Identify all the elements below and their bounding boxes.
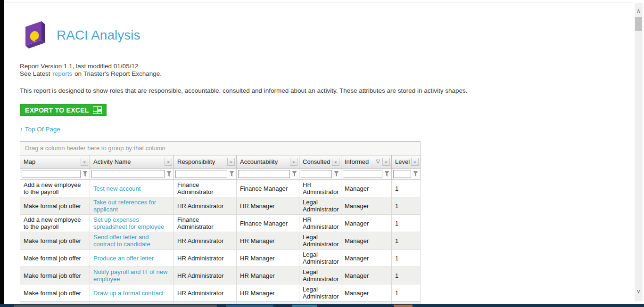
table-row: Add a new employee to the payroll Test n… [20,180,421,197]
latest-line: See Latest reports on Triaster's Report … [20,70,162,78]
activity-link[interactable]: Send offer letter and contract to candid… [93,234,150,248]
up-arrow-icon: ↑ [20,126,23,133]
export-to-excel-button[interactable]: EXPORT TO EXCEL [20,104,107,116]
filter-input-level[interactable] [393,170,411,178]
scrollbar-thumb[interactable] [635,17,642,31]
filter-funnel-icon[interactable] [291,171,297,178]
column-header-map[interactable]: Map [20,155,90,169]
responsibility-cell: HR Administrator [174,250,237,267]
level-cell: 1 [392,267,421,284]
reports-link[interactable]: reports [52,70,72,77]
top-of-page-link[interactable]: ↑Top Of Page [20,126,60,133]
window-top-border [4,2,634,2]
table-row: Make formal job offer Draw up a formal c… [20,284,421,302]
informed-cell: Manager [341,180,392,197]
column-menu-icon[interactable] [81,158,88,166]
table-row: Make formal job offer Produce an offer l… [20,250,421,267]
filter-funnel-icon[interactable] [166,171,172,178]
activity-cell: Draw up a formal contract [90,284,174,302]
filter-funnel-icon[interactable] [229,171,235,178]
map-cell: Make formal job offer [20,197,90,215]
level-cell: 1 [392,250,421,267]
column-menu-icon[interactable] [165,158,172,166]
column-header-accountability[interactable]: Accountability [237,155,299,169]
table-row: Make formal job offer Send offer letter … [20,232,421,250]
column-menu-icon[interactable] [332,158,339,166]
report-description: This report is designed to show roles th… [20,87,468,94]
level-cell: 1 [392,284,421,302]
taskbar-segment [394,305,413,307]
activity-link[interactable]: Test new account [93,185,140,192]
version-line: Report Version 1.1, last modified 01/05/… [20,63,162,70]
accountability-cell: HR Manager [237,267,299,284]
activity-link[interactable]: Set up expenses spreadsheet for employee [93,216,164,230]
consulted-cell: Legal Administrator [299,284,341,302]
map-cell: Add a new employee to the payroll [20,215,90,232]
scroll-down-icon[interactable]: ∨ [635,286,643,297]
filter-input-informed[interactable] [343,170,382,178]
map-cell: Make formal job offer [20,232,90,250]
filter-funnel-icon[interactable] [384,171,390,178]
level-cell: 1 [392,180,421,197]
column-header-consulted[interactable]: Consulted [299,155,341,169]
activity-link[interactable]: Take out references for applicant [93,199,156,213]
level-cell: 1 [392,232,421,250]
responsibility-cell: Finance Administrator [174,215,237,232]
activity-cell: Set up expenses spreadsheet for employee [90,215,174,232]
map-cell: Add a new employee to the payroll [20,180,90,197]
activity-cell: Produce an offer letter [90,250,174,267]
triaster-logo-icon [23,18,49,51]
column-menu-icon[interactable] [411,158,419,166]
activity-cell: Notify payroll and IT of new employee [90,267,174,284]
filter-input-consulted[interactable] [301,170,332,178]
raci-table: Drag a column header here to group by th… [20,141,421,304]
level-cell: 1 [392,215,421,232]
page-title: RACI Analysis [57,28,140,43]
report-meta: Report Version 1.1, last modified 01/05/… [20,63,162,78]
accountability-cell: Finance Manager [237,215,299,232]
accountability-cell: HR Manager [237,197,299,215]
table-row: Make formal job offer Take out reference… [20,197,421,215]
accountability-cell: HR Manager [237,232,299,250]
activity-link[interactable]: Draw up a formal contract [93,290,164,297]
filter-input-accountability[interactable] [238,170,290,178]
informed-cell: Manager [341,197,392,215]
map-cell: Make formal job offer [20,267,90,284]
activity-link[interactable]: Notify payroll and IT of new employee [93,268,167,283]
consulted-cell: Legal Administrator [299,267,341,284]
scroll-up-icon[interactable]: ∧ [635,6,643,16]
informed-cell: Manager [341,215,392,232]
consulted-cell: HR Administrator [299,215,341,232]
table-row: Make formal job offer Notify payroll and… [20,267,421,284]
map-cell: Make formal job offer [20,250,90,267]
excel-grid-icon [93,106,102,114]
taskbar-strip [0,304,644,307]
sort-descending-icon: ▽ [376,158,380,164]
group-by-dropzone[interactable]: Drag a column header here to group by th… [20,141,421,155]
column-menu-icon[interactable] [382,158,390,166]
filter-funnel-icon[interactable] [413,171,419,178]
activity-link[interactable]: Produce an offer letter [93,255,154,262]
column-header-responsibility[interactable]: Responsibility [174,155,237,169]
informed-cell: Manager [341,250,392,267]
taskbar-segment [226,305,273,307]
column-header-informed[interactable]: Informed▽ [341,155,392,169]
responsibility-cell: Finance Administrator [174,180,237,197]
report-page: RACI Analysis Report Version 1.1, last m… [4,2,634,304]
responsibility-cell: HR Administrator [174,267,237,284]
accountability-cell: HR Manager [237,250,299,267]
filter-input-activity-name[interactable] [91,170,165,178]
responsibility-cell: HR Administrator [174,197,237,215]
accountability-cell: Finance Manager [237,180,299,197]
column-menu-icon[interactable] [290,158,297,166]
map-cell: Make formal job offer [20,284,90,302]
vertical-scrollbar[interactable]: ∧ ∨ [635,3,643,301]
column-header-activity-name[interactable]: Activity Name [90,155,174,169]
column-header-level[interactable]: Level [392,155,421,169]
window-left-border [0,0,4,304]
filter-input-map[interactable] [22,170,81,178]
filter-funnel-icon[interactable] [333,171,339,178]
column-menu-icon[interactable] [227,158,235,166]
filter-input-responsibility[interactable] [175,170,227,178]
filter-funnel-icon[interactable] [82,171,88,178]
